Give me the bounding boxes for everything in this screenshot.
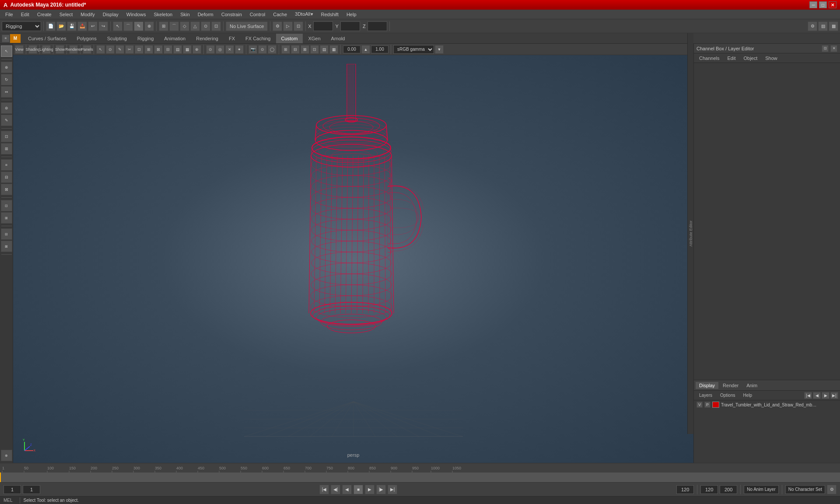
stop-btn[interactable]: ■ xyxy=(354,485,363,494)
close-button[interactable]: ✕ xyxy=(829,1,836,8)
last-tool[interactable]: ⊞ xyxy=(1,143,12,154)
minimize-button[interactable]: ─ xyxy=(809,1,817,8)
layer-nav-first[interactable]: |◀ xyxy=(804,392,812,399)
layer-nav-next[interactable]: ▶ xyxy=(822,392,830,399)
menu-create[interactable]: Create xyxy=(34,11,55,18)
paint-tool[interactable]: ✎ xyxy=(1,115,12,126)
rotate-tool[interactable]: ↻ xyxy=(1,74,12,85)
vp-icon-15[interactable]: ✦ xyxy=(235,45,244,54)
menu-help[interactable]: Help xyxy=(343,11,360,18)
new-scene-button[interactable]: 📄 xyxy=(46,21,56,31)
tab-custom[interactable]: Custom xyxy=(276,34,303,43)
vp-icon-8[interactable]: ⊟ xyxy=(164,45,172,54)
step-back-btn[interactable]: ◀| xyxy=(331,485,340,494)
start-frame-input[interactable] xyxy=(4,485,21,494)
vp-icon-14[interactable]: ✕ xyxy=(225,45,234,54)
vp-icon-13[interactable]: ◎ xyxy=(216,45,224,54)
menu-skeleton[interactable]: Skeleton xyxy=(150,11,176,18)
layer-nav-prev[interactable]: ◀ xyxy=(813,392,821,399)
select-tool-button[interactable]: ↖ xyxy=(113,21,122,31)
end-frame-input[interactable] xyxy=(676,485,694,494)
render-settings-button[interactable]: ⚙ xyxy=(273,21,282,31)
play-forward-btn[interactable]: ▶ xyxy=(365,485,374,494)
maya-logo-button[interactable]: M xyxy=(10,34,21,43)
snap-group-1[interactable]: ≡ xyxy=(1,159,12,171)
layout-button-2[interactable]: ▦ xyxy=(829,21,838,31)
timeline-playhead[interactable] xyxy=(0,472,1,482)
color-space-select[interactable]: sRGB gamma xyxy=(393,45,434,54)
tab-rendering[interactable]: Rendering xyxy=(191,34,224,43)
go-to-end-btn[interactable]: ▶| xyxy=(388,485,397,494)
tab-polygons[interactable]: Polygons xyxy=(71,34,102,43)
render-button[interactable]: ▷ xyxy=(283,21,293,31)
vp-icon-11[interactable]: ⊕ xyxy=(192,45,201,54)
soft-select-tool[interactable]: ⊚ xyxy=(1,102,12,114)
snap-surface-button[interactable]: △ xyxy=(190,21,200,31)
vp-icon-18[interactable]: ◯ xyxy=(268,45,276,54)
bottom-tool[interactable]: ⊕ xyxy=(1,450,12,461)
snap-view-button[interactable]: ⊡ xyxy=(211,21,221,31)
vp-icon-19[interactable]: ⊞ xyxy=(281,45,290,54)
tool-6a[interactable]: ⊟ xyxy=(1,228,12,240)
display-sub-help[interactable]: Help xyxy=(739,392,756,399)
tool-5b[interactable]: ⊞ xyxy=(1,212,12,224)
current-frame-input[interactable] xyxy=(23,485,40,494)
paint-select-button[interactable]: ✎ xyxy=(134,21,144,31)
vp-menu-panels[interactable]: Panels xyxy=(83,45,91,54)
anim-settings-btn[interactable]: ⚙ xyxy=(827,485,836,494)
lasso-select-button[interactable]: ⌒ xyxy=(123,21,133,31)
display-tab-anim[interactable]: Anim xyxy=(743,382,761,389)
menu-display[interactable]: Display xyxy=(99,11,122,18)
tab-fx[interactable]: FX xyxy=(224,34,240,43)
x-input[interactable] xyxy=(313,21,333,31)
vp-menu-show[interactable]: Show xyxy=(56,45,64,54)
color-settings-btn[interactable]: ▼ xyxy=(435,45,444,54)
layout-button-1[interactable]: ▤ xyxy=(818,21,828,31)
layer-visibility-btn[interactable]: V xyxy=(696,402,703,408)
timeline-track[interactable] xyxy=(0,472,840,482)
display-tab-display[interactable]: Display xyxy=(696,382,718,389)
vp-icon-9[interactable]: ▤ xyxy=(173,45,182,54)
menu-3dtool[interactable]: 3DtoAll▾ xyxy=(291,10,316,18)
anim-end-input[interactable] xyxy=(720,485,737,494)
show-manipulator[interactable]: ⊡ xyxy=(1,131,12,142)
vp-icon-7[interactable]: ⊠ xyxy=(154,45,163,54)
maximize-button[interactable]: □ xyxy=(819,1,827,8)
layer-color-swatch[interactable] xyxy=(712,402,719,408)
vp-icon-5[interactable]: ⊡ xyxy=(135,45,144,54)
vp-icon-20[interactable]: ⊟ xyxy=(291,45,300,54)
menu-edit[interactable]: Edit xyxy=(18,11,33,18)
layer-playback-btn[interactable]: P xyxy=(704,402,710,408)
channel-tab-show[interactable]: Show xyxy=(762,55,781,62)
tab-fx-caching[interactable]: FX Caching xyxy=(240,34,276,43)
snap-live-button[interactable]: ⊙ xyxy=(201,21,210,31)
workspace-select[interactable]: Rigging xyxy=(2,21,41,31)
select-tool[interactable]: ↖ xyxy=(1,46,12,57)
channel-tab-edit[interactable]: Edit xyxy=(724,55,739,62)
vp-icon-3[interactable]: ✎ xyxy=(116,45,124,54)
move-tool[interactable]: ⊕ xyxy=(1,62,12,73)
channel-tab-object[interactable]: Object xyxy=(740,55,761,62)
channel-box-close-btn[interactable]: ✕ xyxy=(830,45,837,52)
display-tab-render[interactable]: Render xyxy=(719,382,742,389)
layer-nav-last[interactable]: ▶| xyxy=(830,392,838,399)
vp-menu-view[interactable]: View xyxy=(15,45,24,54)
menu-select[interactable]: Select xyxy=(56,11,77,18)
import-button[interactable]: 📥 xyxy=(77,21,87,31)
snap-grid-button[interactable]: ⊞ xyxy=(159,21,168,31)
menu-file[interactable]: File xyxy=(2,11,17,18)
vp-icon-1[interactable]: ↖ xyxy=(96,45,105,54)
tool-6b[interactable]: ⊠ xyxy=(1,241,12,252)
menu-windows[interactable]: Windows xyxy=(123,11,150,18)
viewport-canvas[interactable]: persp X Y Z xyxy=(13,55,693,463)
tab-animation[interactable]: Animation xyxy=(159,34,191,43)
menu-control[interactable]: Control xyxy=(246,11,269,18)
menu-cache[interactable]: Cache xyxy=(270,11,290,18)
vp-icon-12[interactable]: ⊙ xyxy=(206,45,215,54)
anim-start-input[interactable] xyxy=(700,485,718,494)
menu-redshift[interactable]: Redshift xyxy=(318,11,342,18)
menu-toggle-button[interactable]: ≡ xyxy=(2,35,10,42)
save-scene-button[interactable]: 💾 xyxy=(67,21,77,31)
open-scene-button[interactable]: 📂 xyxy=(56,21,66,31)
channel-tab-channels[interactable]: Channels xyxy=(696,55,723,62)
